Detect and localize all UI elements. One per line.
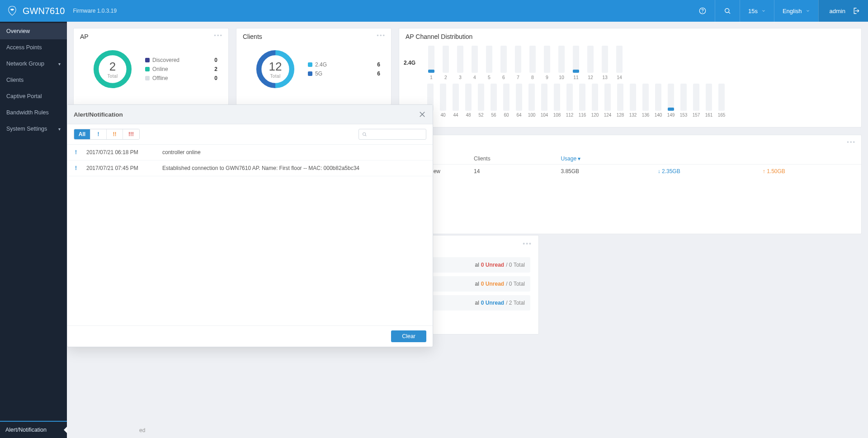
- svg-line-3: [729, 12, 730, 14]
- clients-total: 12: [269, 60, 282, 74]
- clear-button[interactable]: Clear: [391, 330, 426, 342]
- ap-total: 2: [109, 60, 116, 74]
- chevron-down-icon: [761, 9, 766, 13]
- clients-total-label: Total: [270, 74, 280, 79]
- clients-card-menu[interactable]: •••: [377, 32, 386, 39]
- clients-card: Clients ••• 12 Total 2.4G65G6: [236, 28, 392, 105]
- sidebar-item-network-group[interactable]: Network Group▾: [0, 56, 67, 72]
- caret-down-icon: ▾: [58, 127, 61, 132]
- filter-all[interactable]: All: [74, 129, 90, 139]
- brand-logo-icon: [6, 5, 18, 17]
- filter-level-1[interactable]: !: [90, 129, 107, 139]
- brand-name: GWN7610: [23, 6, 65, 16]
- svg-point-9: [363, 132, 366, 135]
- brand: GWN7610: [0, 5, 65, 17]
- logout-icon: [852, 7, 860, 15]
- sidebar-bottom-alerts[interactable]: Alert/Notification: [0, 421, 67, 438]
- alert-modal: Alert/Notification All ! !! !!! !2017/07…: [67, 104, 433, 347]
- search-icon: [723, 7, 731, 15]
- sidebar-item-access-points[interactable]: Access Points: [0, 39, 67, 56]
- chan-bars-24g: 1234567891011121314: [425, 46, 857, 80]
- top-ap-menu[interactable]: •••: [847, 139, 856, 146]
- sidebar-item-system-settings[interactable]: System Settings▾: [0, 121, 67, 137]
- clients-donut: 12 Total: [254, 47, 297, 91]
- ap-total-label: Total: [107, 74, 118, 79]
- user-menu[interactable]: admin: [818, 0, 868, 22]
- sidebar-item-clients[interactable]: Clients: [0, 72, 67, 88]
- search-button[interactable]: [715, 0, 740, 22]
- col-usage[interactable]: Usage ▾: [561, 155, 580, 162]
- channel-card-title: AP Channel Distribution: [399, 28, 861, 45]
- refresh-dropdown[interactable]: 15s: [740, 0, 774, 22]
- swatch-icon: [308, 62, 312, 67]
- header-right: 15s English admin: [690, 0, 868, 22]
- caret-down-icon: ▾: [58, 61, 61, 66]
- chevron-down-icon: [806, 9, 810, 13]
- clients-legend: 2.4G65G6: [308, 59, 385, 80]
- chan-bars-5g: 3640444852566064100104108112116120124128…: [425, 84, 857, 118]
- help-button[interactable]: [690, 0, 715, 22]
- swatch-icon: [145, 58, 150, 62]
- footer-line: ed: [139, 427, 862, 433]
- modal-footer: Clear: [67, 325, 433, 347]
- main-content: AP ••• 2 Total Discovered0Online2Offline…: [67, 22, 868, 438]
- modal-search-input[interactable]: [369, 131, 423, 137]
- modal-search[interactable]: [359, 129, 426, 140]
- info-icon: !: [74, 165, 78, 171]
- app-header: GWN7610 Firmware 1.0.3.19 15s English ad…: [0, 0, 868, 22]
- info-icon: !: [74, 149, 78, 155]
- chan-row24-label: 2.4G: [404, 60, 424, 66]
- modal-header: Alert/Notification: [67, 105, 433, 124]
- col-clients[interactable]: Clients: [467, 153, 554, 165]
- user-name: admin: [830, 8, 845, 14]
- swatch-icon: [308, 71, 312, 76]
- svg-point-1: [702, 12, 703, 13]
- filter-level-3[interactable]: !!!: [123, 129, 139, 139]
- sidebar: OverviewAccess PointsNetwork Group▾Clien…: [0, 22, 67, 438]
- filter-level-2[interactable]: !!: [107, 129, 123, 139]
- channel-card: AP Channel Distribution 2.4G 12345678910…: [399, 28, 862, 127]
- language-value: English: [783, 8, 802, 14]
- ap-legend: Discovered0Online2Offline0: [145, 54, 222, 84]
- ap-card: AP ••• 2 Total Discovered0Online2Offline…: [73, 28, 229, 105]
- refresh-value: 15s: [748, 8, 758, 14]
- language-dropdown[interactable]: English: [774, 0, 818, 22]
- upload-icon: ↑: [763, 168, 765, 174]
- severity-filter: All ! !! !!!: [74, 129, 140, 140]
- clients-card-title: Clients: [236, 28, 391, 45]
- svg-point-2: [725, 9, 729, 13]
- close-icon[interactable]: [418, 110, 426, 118]
- sidebar-item-overview[interactable]: Overview: [0, 23, 67, 39]
- notification-list: !2017/07/21 06:18 PMcontroller online!20…: [67, 145, 433, 325]
- notification-row[interactable]: !2017/07/21 07:45 PMEstablished connecti…: [67, 160, 433, 176]
- help-icon: [698, 7, 707, 15]
- download-icon: ↓: [658, 168, 660, 174]
- swatch-icon: [145, 76, 150, 80]
- sidebar-bottom-label: Alert/Notification: [5, 427, 47, 433]
- modal-toolbar: All ! !! !!!: [67, 124, 433, 145]
- search-icon: [362, 131, 367, 137]
- firmware-version: Firmware 1.0.3.19: [73, 8, 117, 14]
- svg-line-10: [365, 135, 366, 136]
- alert-card-menu[interactable]: •••: [523, 240, 532, 247]
- sidebar-item-bandwidth-rules[interactable]: Bandwidth Rules: [0, 104, 67, 121]
- ap-card-menu[interactable]: •••: [214, 32, 223, 39]
- swatch-icon: [145, 67, 150, 71]
- notification-row[interactable]: !2017/07/21 06:18 PMcontroller online: [67, 145, 433, 160]
- ap-card-title: AP: [74, 28, 228, 45]
- modal-title: Alert/Notification: [74, 111, 123, 118]
- sidebar-item-captive-portal[interactable]: Captive Portal: [0, 88, 67, 104]
- ap-donut: 2 Total: [91, 47, 134, 91]
